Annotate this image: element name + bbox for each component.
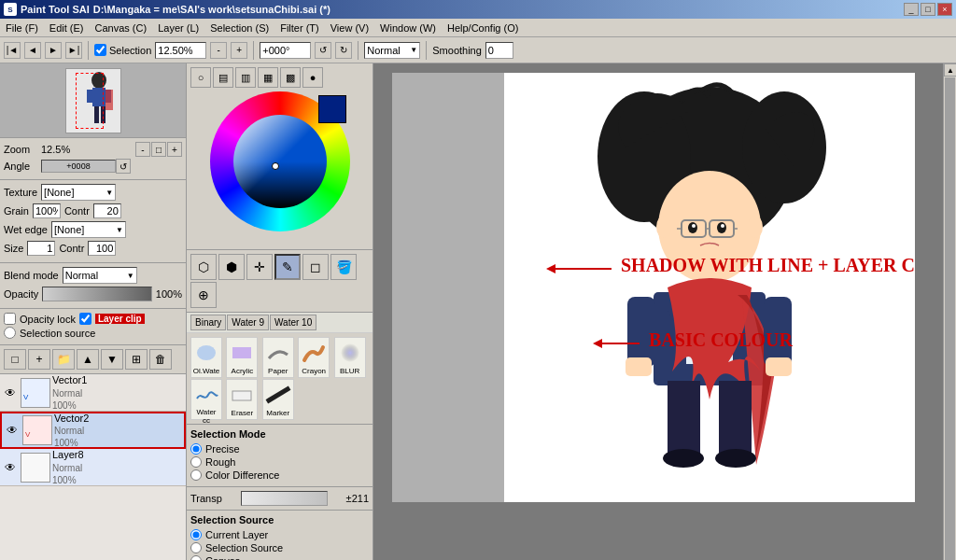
layer-visibility-btn[interactable]: 👁 [2,459,19,476]
selection-source-radio-row: Selection Source [190,542,369,553]
scroll-up-btn[interactable]: ▲ [944,63,956,77]
binary-brush-tab[interactable]: Binary [190,315,226,330]
layer-mode: Normal [52,462,184,474]
wet-edge-dropdown[interactable]: [None] ▼ [51,221,126,238]
angle-input[interactable] [260,42,311,59]
layer-down-btn[interactable]: ▼ [101,349,123,370]
current-layer-radio[interactable] [190,529,202,540]
move-tool-btn[interactable]: ✛ [246,254,273,280]
menu-window[interactable]: Window (W) [374,21,442,35]
selection-source-radio[interactable] [4,327,16,339]
selection-value-input[interactable] [155,42,206,59]
smoothing-input[interactable] [485,42,513,59]
menu-selection[interactable]: Selection (S) [204,21,274,35]
rotate-left-button[interactable]: ↺ [315,42,331,59]
new-layer-btn[interactable]: + [28,349,50,370]
brush-item-blur[interactable]: BLUR [334,337,366,378]
new-raster-layer-btn[interactable]: □ [4,349,26,370]
canvas-radio[interactable] [190,555,202,560]
transp-slider[interactable] [241,491,328,506]
contr-value-input[interactable] [93,203,121,218]
maximize-button[interactable]: □ [921,3,935,16]
rotate-right-button[interactable]: ↻ [335,42,352,59]
layer-item[interactable]: 👁 V Vector1 Normal 100% [0,374,186,412]
layer-merge-btn[interactable]: ⊞ [125,349,148,370]
zoom-plus-button[interactable]: + [231,42,247,59]
opacity-slider[interactable] [42,287,152,301]
nav-first-button[interactable]: |◄ [4,42,21,59]
close-button[interactable]: × [937,3,952,16]
brush-item-watercc[interactable]: Water cc [190,379,222,420]
zoom-plus-btn[interactable]: + [167,142,182,157]
nav-last-button[interactable]: ►| [65,42,82,59]
color-mixer-btn[interactable]: ▩ [280,67,301,88]
layer-up-btn[interactable]: ▲ [77,349,99,370]
lasso-tool-btn[interactable]: ⬢ [218,254,245,280]
nav-prev-button[interactable]: ◄ [24,42,41,59]
zoom-fit-btn[interactable]: □ [151,142,166,157]
fill-tool-btn[interactable]: 🪣 [330,254,357,280]
rough-radio[interactable] [190,456,202,468]
brush-tool-btn[interactable]: ✎ [274,254,301,280]
color-picker-btn[interactable]: ● [302,67,323,88]
zoom-tool-btn[interactable]: ⊕ [190,282,217,308]
color-diff-radio[interactable] [190,469,202,481]
eraser-tool-btn[interactable]: ◻ [302,254,329,280]
drawing-canvas[interactable]: SHADOW WITH LINE + LAYER CLIP !! BASIC C… [392,73,915,502]
menu-filter[interactable]: Filter (T) [274,21,325,35]
scroll-thumb[interactable] [945,77,955,560]
layer-delete-btn[interactable]: 🗑 [149,349,172,370]
menu-canvas[interactable]: Canvas (C) [90,21,153,35]
layer-visibility-btn[interactable]: 👁 [2,385,19,401]
water-9-brush-tab[interactable]: Water 9 [227,315,269,330]
menu-help[interactable]: Help/Config (O) [442,21,524,35]
canvas-area[interactable]: SHADOW WITH LINE + LAYER CLIP !! BASIC C… [373,63,956,560]
angle-reset-btn[interactable]: ↺ [116,159,131,174]
precise-radio[interactable] [190,443,202,455]
titlebar-buttons[interactable]: _ □ × [904,3,952,16]
zoom-minus-button[interactable]: - [210,42,227,59]
brush-item-paper[interactable]: Paper [262,337,294,378]
selection-source-radio[interactable] [190,542,202,553]
blend-mode-dropdown[interactable]: Normal ▼ [63,267,137,284]
color-palette-btn[interactable]: ▥ [235,67,256,88]
nav-next-button[interactable]: ► [45,42,62,59]
selection-checkbox-container[interactable]: Selection [94,44,151,56]
menu-view[interactable]: View (V) [325,21,374,35]
layer-visibility-btn[interactable]: 👁 [4,422,21,439]
layer-clip-checkbox[interactable] [79,313,91,325]
canvas-scrollbar[interactable]: ▲ ▼ [943,63,956,560]
angle-buttons[interactable]: ↺ [116,159,131,174]
brush-item-eraser[interactable]: Eraser [226,379,258,420]
grain-value-input[interactable] [33,203,61,218]
select-tool-btn[interactable]: ⬡ [190,254,217,280]
layer-item[interactable]: 👁 V Vector2 Normal 100% [0,412,186,449]
menu-edit[interactable]: Edit (E) [44,21,90,35]
layer-name: Vector2 [54,412,182,425]
selection-checkbox[interactable] [94,44,106,56]
menu-layer[interactable]: Layer (L) [152,21,204,35]
layer-folder-btn[interactable]: 📁 [52,349,75,370]
brush-item-marker[interactable]: Marker [262,379,294,420]
zoom-minus-btn[interactable]: - [135,142,150,157]
texture-dropdown[interactable]: [None] ▼ [41,184,116,201]
water-10-brush-tab[interactable]: Water 10 [270,315,316,330]
brush-item-crayon[interactable]: Crayon [298,337,330,378]
color-wheel-container[interactable] [210,91,350,231]
brush-item-acrylic[interactable]: Acrylic [226,337,258,378]
zoom-buttons[interactable]: - □ + [135,142,182,157]
mode-dropdown[interactable]: Normal ▼ [364,42,420,59]
color-wheel-inner[interactable] [233,115,327,208]
opacity-lock-checkbox[interactable] [4,313,16,325]
minimize-button[interactable]: _ [904,3,919,16]
color-slider-btn[interactable]: ▤ [213,67,233,88]
color-circle-btn[interactable]: ○ [190,67,211,88]
size-value-input[interactable] [27,241,55,256]
color-swatches-btn[interactable]: ▦ [258,67,278,88]
brush-item-olwate[interactable]: Ol.Wate [190,337,222,378]
menu-file[interactable]: File (F) [0,21,44,35]
active-color-swatch[interactable] [318,95,346,123]
layer-item[interactable]: 👁 Layer8 Normal 100% [0,449,186,486]
contr2-value-input[interactable] [88,241,116,256]
angle-slider[interactable]: +0008 [41,160,116,173]
